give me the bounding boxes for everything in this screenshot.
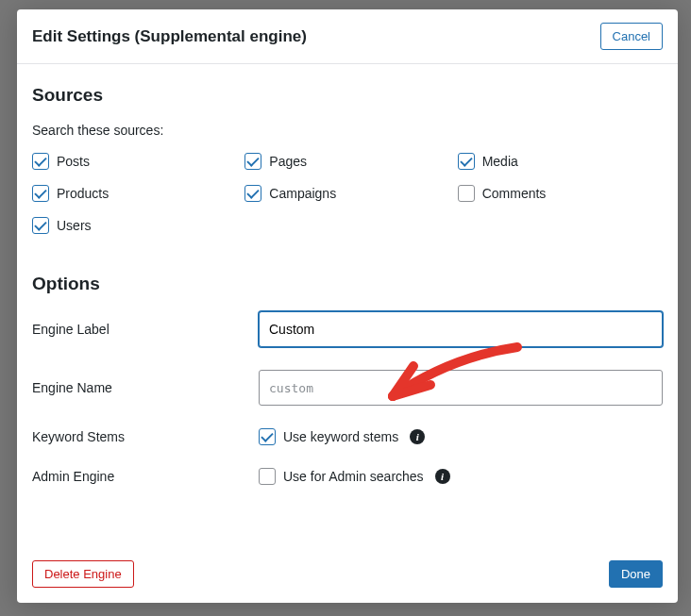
modal-title: Edit Settings (Supplemental engine): [32, 27, 307, 46]
info-icon[interactable]: i: [410, 429, 425, 444]
admin-engine-row: Use for Admin searches i: [259, 468, 663, 485]
source-label: Media: [482, 154, 518, 169]
source-media[interactable]: Media: [458, 153, 663, 170]
sources-heading: Sources: [32, 85, 663, 106]
info-icon[interactable]: i: [435, 469, 450, 484]
source-label: Users: [57, 218, 92, 233]
modal-body: Sources Search these sources: Posts Page…: [17, 64, 678, 549]
admin-engine-checkbox[interactable]: [259, 468, 276, 485]
source-campaigns[interactable]: Campaigns: [244, 185, 449, 202]
done-button[interactable]: Done: [609, 560, 663, 588]
checkbox-icon[interactable]: [244, 153, 261, 170]
keyword-stems-cb-label: Use keyword stems: [283, 429, 398, 444]
checkbox-icon[interactable]: [32, 217, 49, 234]
source-label: Pages: [269, 154, 307, 169]
delete-engine-button[interactable]: Delete Engine: [32, 560, 134, 588]
engine-label-label: Engine Label: [32, 322, 259, 337]
checkbox-icon[interactable]: [458, 153, 475, 170]
modal-header: Edit Settings (Supplemental engine) Canc…: [17, 9, 678, 64]
source-label: Comments: [482, 186, 547, 201]
source-label: Campaigns: [269, 186, 336, 201]
admin-engine-label: Admin Engine: [32, 469, 259, 484]
options-heading: Options: [32, 274, 663, 294]
checkbox-icon[interactable]: [244, 185, 261, 202]
keyword-stems-row: Use keyword stems i: [259, 428, 663, 445]
cancel-button[interactable]: Cancel: [600, 23, 663, 50]
source-products[interactable]: Products: [32, 185, 237, 202]
checkbox-icon[interactable]: [32, 153, 49, 170]
sources-help: Search these sources:: [32, 123, 663, 138]
keyword-stems-label: Keyword Stems: [32, 429, 259, 444]
engine-name-label: Engine Name: [32, 380, 259, 395]
source-label: Posts: [57, 154, 90, 169]
options-grid: Engine Label Engine Name Keyword Stems U…: [32, 311, 663, 485]
sources-grid: Posts Pages Media Products Campaigns Com…: [32, 153, 663, 234]
keyword-stems-checkbox[interactable]: [259, 428, 276, 445]
modal-footer: Delete Engine Done: [17, 549, 678, 603]
checkbox-icon[interactable]: [32, 185, 49, 202]
source-pages[interactable]: Pages: [244, 153, 449, 170]
source-users[interactable]: Users: [32, 217, 237, 234]
engine-name-input[interactable]: [259, 370, 663, 406]
source-label: Products: [57, 186, 109, 201]
checkbox-icon[interactable]: [458, 185, 475, 202]
engine-label-input[interactable]: [259, 311, 663, 347]
admin-engine-cb-label: Use for Admin searches: [283, 469, 424, 484]
edit-settings-modal: Edit Settings (Supplemental engine) Canc…: [17, 9, 678, 603]
source-comments[interactable]: Comments: [458, 185, 663, 202]
source-posts[interactable]: Posts: [32, 153, 237, 170]
